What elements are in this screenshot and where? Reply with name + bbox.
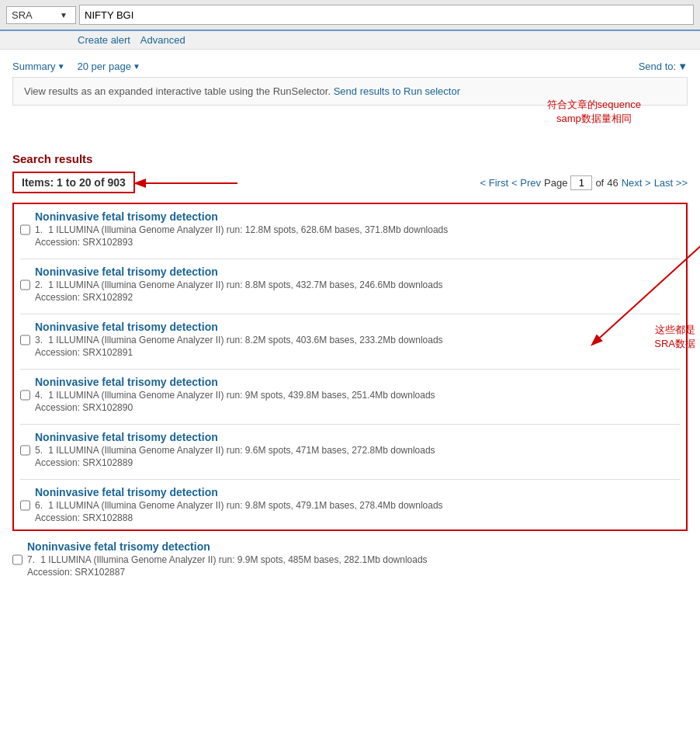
divider-1 (20, 259, 680, 259)
per-page-label: 20 per page (78, 61, 131, 72)
per-page-arrow-icon: ▼ (133, 62, 140, 71)
summary-label: Summary (12, 61, 56, 72)
result-link-4[interactable]: Noninvasive fetal trisomy detection (35, 376, 218, 388)
result-title-2: Noninvasive fetal trisomy detection (35, 266, 680, 278)
table-row: Noninvasive fetal trisomy detection 3. 1… (20, 321, 680, 358)
result-checkbox-1[interactable] (20, 212, 30, 248)
result-body-1: Noninvasive fetal trisomy detection 1. 1… (35, 210, 680, 248)
result-number-7: 7. (27, 554, 35, 565)
result-details-3: 1 ILLUMINA (Illumina Genome Analyzer II)… (48, 335, 442, 345)
database-selector[interactable]: SRA ▼ (6, 6, 76, 24)
next-page-link[interactable]: Next > (622, 177, 651, 189)
result-details-2: 1 ILLUMINA (Illumina Genome Analyzer II)… (48, 279, 442, 290)
result-details-1: 1 ILLUMINA (Illumina Genome Analyzer II)… (48, 224, 448, 235)
results-list-boxed: Noninvasive fetal trisomy detection 1. 1… (12, 203, 688, 531)
main-content: Summary ▼ 20 per page ▼ Send to: ▼ View … (0, 50, 700, 584)
arrow-to-count-icon (129, 168, 253, 199)
result-link-2[interactable]: Noninvasive fetal trisomy detection (35, 266, 218, 278)
result-accession-3: Accession: SRX102891 (35, 347, 680, 358)
result-checkbox-5[interactable] (20, 432, 30, 468)
result-title-4: Noninvasive fetal trisomy detection (35, 376, 680, 388)
table-row: Noninvasive fetal trisomy detection 6. 1… (20, 486, 680, 523)
of-label: of (595, 177, 604, 189)
pagination: < First < Prev Page of 46 Next > Last >> (480, 175, 688, 190)
info-banner-text: View results as an expanded interactive … (24, 85, 331, 97)
result-body-2: Noninvasive fetal trisomy detection 2. 1… (35, 266, 680, 303)
table-row: Noninvasive fetal trisomy detection 5. 1… (20, 431, 680, 468)
result-checkbox-2[interactable] (20, 267, 30, 303)
result-body-5: Noninvasive fetal trisomy detection 5. 1… (35, 431, 680, 468)
per-page-button[interactable]: 20 per page ▼ (78, 61, 140, 72)
result-link-6[interactable]: Noninvasive fetal trisomy detection (35, 486, 218, 498)
result-link-1[interactable]: Noninvasive fetal trisomy detection (35, 210, 218, 223)
send-to-arrow-icon: ▼ (677, 61, 688, 72)
dropdown-arrow-icon: ▼ (60, 11, 68, 19)
run-selector-link[interactable]: Send results to Run selector (334, 85, 460, 97)
result-accession-6: Accession: SRX102888 (35, 512, 680, 523)
annotation-text-1: 符合文章的sequence samp数据量相同 (547, 98, 641, 126)
search-results-section: 符合文章的sequence samp数据量相同 这些都是 SRA数据 Searc… (12, 152, 688, 578)
result-checkbox-3[interactable] (20, 322, 30, 358)
page-input[interactable] (570, 175, 592, 190)
result-link-3[interactable]: Noninvasive fetal trisomy detection (35, 321, 218, 333)
result-number-1: 1. (35, 224, 43, 235)
search-input[interactable] (79, 5, 694, 25)
result-title-6: Noninvasive fetal trisomy detection (35, 486, 680, 498)
summary-arrow-icon: ▼ (57, 62, 65, 71)
result-details-6: 1 ILLUMINA (Illumina Genome Analyzer II)… (48, 500, 442, 511)
divider-4 (20, 424, 680, 425)
search-results-header: Search results (12, 152, 688, 165)
result-body-7: Noninvasive fetal trisomy detection 7. 1… (27, 540, 688, 578)
result-details-5: 1 ILLUMINA (Illumina Genome Analyzer II)… (48, 445, 435, 456)
toolbar-left: Summary ▼ 20 per page ▼ (12, 61, 140, 72)
result-body-3: Noninvasive fetal trisomy detection 3. 1… (35, 321, 680, 358)
database-label: SRA (12, 9, 33, 21)
result-number-4: 4. (35, 390, 43, 401)
table-row: Noninvasive fetal trisomy detection 2. 1… (20, 266, 680, 303)
divider-2 (20, 314, 680, 314)
divider-3 (20, 369, 680, 370)
items-count-box: Items: 1 to 20 of 903 (12, 172, 135, 193)
result-number-2: 2. (35, 279, 43, 290)
table-row: Noninvasive fetal trisomy detection 4. 1… (20, 376, 680, 413)
result-checkbox-4[interactable] (20, 377, 30, 413)
table-row: Noninvasive fetal trisomy detection 7. 1… (12, 540, 688, 578)
result-meta-3: 3. 1 ILLUMINA (Illumina Genome Analyzer … (35, 335, 680, 345)
table-row: Noninvasive fetal trisomy detection 1. 1… (20, 210, 680, 248)
result-title-7: Noninvasive fetal trisomy detection (27, 540, 688, 553)
result-checkbox-6[interactable] (20, 488, 30, 523)
result-accession-7: Accession: SRX102887 (27, 567, 688, 578)
result-details-4: 1 ILLUMINA (Illumina Genome Analyzer II)… (48, 390, 435, 401)
divider-5 (20, 479, 680, 480)
send-to-label: Send to: (639, 61, 676, 72)
result-title-5: Noninvasive fetal trisomy detection (35, 431, 680, 443)
result-meta-5: 5. 1 ILLUMINA (Illumina Genome Analyzer … (35, 445, 680, 456)
result-meta-1: 1. 1 ILLUMINA (Illumina Genome Analyzer … (35, 224, 680, 235)
result-accession-2: Accession: SRX102892 (35, 292, 680, 303)
result-number-5: 5. (35, 445, 43, 456)
result-meta-6: 6. 1 ILLUMINA (Illumina Genome Analyzer … (35, 500, 680, 511)
prev-page-link[interactable]: < Prev (511, 177, 541, 189)
result-number-3: 3. (35, 335, 43, 345)
result-link-7[interactable]: Noninvasive fetal trisomy detection (27, 540, 210, 553)
result-accession-4: Accession: SRX102890 (35, 402, 680, 413)
result-link-5[interactable]: Noninvasive fetal trisomy detection (35, 431, 218, 443)
page-label: Page (544, 177, 567, 189)
send-to-button[interactable]: Send to: ▼ (639, 61, 688, 72)
result-checkbox-7[interactable] (12, 542, 23, 578)
result-meta-2: 2. 1 ILLUMINA (Illumina Genome Analyzer … (35, 279, 680, 290)
advanced-link[interactable]: Advanced (140, 34, 185, 46)
last-page-link[interactable]: Last >> (654, 177, 688, 189)
result-number-6: 6. (35, 500, 43, 511)
results-meta-row: Items: 1 to 20 of 903 < First < Prev Pag… (12, 172, 688, 193)
sub-nav: Create alert Advanced (0, 31, 700, 50)
first-page-link[interactable]: < First (480, 177, 508, 189)
result-meta-4: 4. 1 ILLUMINA (Illumina Genome Analyzer … (35, 390, 680, 401)
create-alert-link[interactable]: Create alert (78, 34, 130, 46)
result-accession-5: Accession: SRX102889 (35, 457, 680, 468)
result-body-4: Noninvasive fetal trisomy detection 4. 1… (35, 376, 680, 413)
summary-button[interactable]: Summary ▼ (12, 61, 65, 72)
search-bar: SRA ▼ (0, 0, 700, 31)
result-details-7: 1 ILLUMINA (Illumina Genome Analyzer II)… (40, 554, 427, 565)
result-body-6: Noninvasive fetal trisomy detection 6. 1… (35, 486, 680, 523)
